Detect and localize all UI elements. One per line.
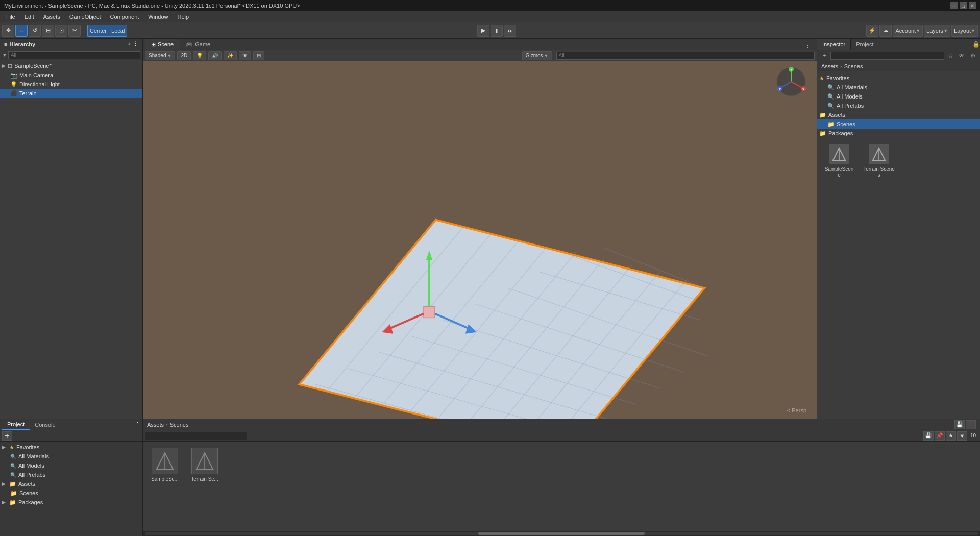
scene-search-input[interactable] — [556, 52, 815, 60]
menu-window[interactable]: Window — [144, 13, 172, 21]
maximize-button[interactable]: □ — [960, 2, 967, 9]
tab-console-bottom[interactable]: Console — [30, 420, 60, 430]
all-models-bottom-label: All Models — [18, 462, 44, 469]
inspector-tabs: Inspector Project 🔒 — [817, 39, 980, 50]
bottom-scroll-bar[interactable] — [143, 531, 980, 536]
bottom-right-header: Assets › Scenes 💾 ⋮ — [143, 419, 980, 430]
asset-terrainscene[interactable]: Terrain Sc... — [187, 446, 223, 484]
hierarchy-menu-icon[interactable]: ⋮ — [133, 41, 138, 47]
menu-gameobject[interactable]: GameObject — [65, 13, 105, 21]
project-item-terrainscenes[interactable]: Terrain Scenes — [861, 142, 897, 180]
inspector-search-input[interactable] — [830, 52, 944, 60]
scale-tool-button[interactable]: ⊞ — [42, 25, 54, 37]
bottom-left-panel: Project Console ⋮ + ▶ ★ Favorites — [0, 419, 143, 536]
bottom-all-models[interactable]: 🔍 All Models — [0, 461, 142, 470]
breadcrumb-scenes[interactable]: Scenes — [844, 63, 863, 69]
2d-button[interactable]: 2D — [177, 51, 191, 60]
scroll-track[interactable] — [145, 532, 978, 535]
save-layout-icon[interactable]: 💾 — [923, 431, 934, 441]
insp-packages-folder[interactable]: 📁 Packages — [817, 129, 980, 138]
hand-tool-button[interactable]: ✥ — [2, 25, 14, 37]
inspector-settings-icon[interactable]: ⚙ — [968, 51, 978, 60]
scroll-thumb[interactable] — [478, 532, 645, 535]
inspector-panel: Inspector Project 🔒 + ☆ 👁 ⚙ Assets › Sce… — [817, 39, 980, 419]
move-tool-button[interactable]: ↔ — [15, 25, 28, 37]
pause-button[interactable]: ⏸ — [491, 25, 503, 37]
hierarchy-item-maincamera[interactable]: 📷 Main Camera — [0, 70, 142, 80]
close-button[interactable]: ✕ — [969, 2, 976, 9]
bottom-search-input[interactable] — [145, 432, 247, 440]
inspector-filter-icon[interactable]: ☆ — [945, 51, 955, 60]
lighting-button[interactable]: 💡 — [193, 51, 206, 60]
pin-icon[interactable]: 📌 — [935, 431, 945, 441]
samplescene-icon — [829, 144, 849, 164]
favorites-expand-icon: ▶ — [2, 445, 7, 450]
scene-viewport[interactable]: Y X Z < Persp — [143, 61, 817, 419]
inspector-eye-icon[interactable]: 👁 — [957, 51, 967, 60]
hierarchy-item-samplescene[interactable]: ▶ ⊞ SampleScene* — [0, 61, 142, 70]
menu-file[interactable]: File — [2, 13, 19, 21]
overlay-button[interactable]: ⊟ — [253, 51, 264, 60]
filter-icon[interactable]: ▼ — [957, 431, 967, 441]
star-icon[interactable]: ★ — [946, 431, 956, 441]
bottom-all-materials[interactable]: 🔍 All Materials — [0, 452, 142, 461]
audio-button[interactable]: 🔊 — [208, 51, 222, 60]
scene-panel-menu-icon[interactable]: ⋮ — [805, 43, 815, 50]
inspector-add-icon[interactable]: + — [819, 51, 829, 60]
insp-all-prefabs[interactable]: 🔍 All Prefabs — [817, 101, 980, 110]
minimize-button[interactable]: ─ — [950, 2, 958, 9]
tab-game[interactable]: 🎮 Game — [180, 39, 216, 50]
scene-gizmo[interactable]: Y X Z — [776, 66, 806, 97]
insp-all-models[interactable]: 🔍 All Models — [817, 92, 980, 101]
project-item-samplescene[interactable]: SampleScene — [821, 142, 857, 180]
tab-inspector[interactable]: Inspector — [817, 39, 851, 50]
rotate-tool-button[interactable]: ↺ — [29, 25, 41, 37]
menu-help[interactable]: Help — [173, 13, 193, 21]
tab-scene[interactable]: ⊞ Scene — [145, 39, 180, 50]
menu-edit[interactable]: Edit — [20, 13, 38, 21]
local-button[interactable]: Local — [109, 25, 127, 37]
vfx-button[interactable]: ✨ — [224, 51, 237, 60]
bottom-panel-menu[interactable]: ⋮ — [135, 421, 140, 428]
collab-button[interactable]: ⚡ — [866, 25, 878, 37]
bottom-all-prefabs[interactable]: 🔍 All Prefabs — [0, 470, 142, 479]
hide-button[interactable]: 👁 — [239, 51, 251, 60]
hierarchy-add-icon[interactable]: + — [128, 41, 131, 47]
layers-button[interactable]: Layers ▼ — [924, 25, 950, 37]
tab-project-inspector[interactable]: Project — [851, 39, 879, 50]
menu-component[interactable]: Component — [106, 13, 143, 21]
bottom-favorites-header[interactable]: ▶ ★ Favorites — [0, 443, 142, 452]
gizmos-button[interactable]: Gizmos ▼ — [522, 51, 552, 60]
bottom-save-icon[interactable]: 💾 — [954, 420, 965, 429]
center-button[interactable]: Center — [87, 25, 109, 37]
step-button[interactable]: ⏭ — [504, 25, 516, 37]
hierarchy-search-input[interactable] — [8, 51, 140, 59]
transform-tool-button[interactable]: ✂ — [68, 25, 81, 37]
inspector-lock-icon[interactable]: 🔒 — [972, 41, 980, 48]
bottom-add-button[interactable]: + — [2, 431, 12, 441]
layout-button[interactable]: Layout ▼ — [951, 25, 978, 37]
asset-samplescene[interactable]: SampleSc... — [147, 446, 183, 484]
bottom-scenes-folder[interactable]: 📁 Scenes — [0, 489, 142, 498]
bottom-breadcrumb-scenes[interactable]: Scenes — [170, 422, 189, 428]
bottom-assets-header[interactable]: ▶ 📁 Assets — [0, 479, 142, 489]
packages-label: Packages — [828, 130, 853, 136]
bottom-breadcrumb-assets[interactable]: Assets — [147, 422, 164, 428]
play-button[interactable]: ▶ — [477, 25, 489, 37]
cloud-button[interactable]: ☁ — [879, 25, 892, 37]
insp-favorites-header[interactable]: ★ Favorites — [817, 74, 980, 83]
insp-assets-header[interactable]: 📁 Assets — [817, 110, 980, 119]
breadcrumb-assets[interactable]: Assets — [821, 63, 838, 69]
rect-tool-button[interactable]: ⊡ — [55, 25, 67, 37]
menu-assets[interactable]: Assets — [39, 13, 64, 21]
bottom-packages-folder[interactable]: ▶ 📁 Packages — [0, 498, 142, 507]
account-button[interactable]: Account ▼ — [893, 25, 923, 37]
shading-mode-button[interactable]: Shaded ▼ — [145, 51, 175, 60]
hierarchy-item-directionallight[interactable]: 💡 Directional Light — [0, 80, 142, 89]
tab-project-bottom[interactable]: Project — [2, 420, 30, 430]
hierarchy-item-terrain[interactable]: ⬛ Terrain — [0, 89, 142, 98]
insp-all-materials[interactable]: 🔍 All Materials — [817, 83, 980, 92]
packages-folder-icon: 📁 — [819, 130, 826, 137]
insp-scenes-folder[interactable]: 📁 Scenes — [817, 119, 980, 129]
bottom-menu-icon[interactable]: ⋮ — [966, 420, 976, 429]
